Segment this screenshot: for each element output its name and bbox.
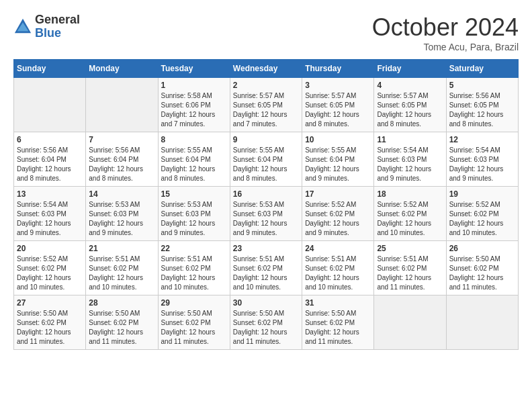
day-info: Sunrise: 5:50 AM Sunset: 6:02 PM Dayligh… (233, 309, 299, 347)
day-number: 23 (233, 244, 299, 253)
calendar-cell: 30Sunrise: 5:50 AM Sunset: 6:02 PM Dayli… (230, 295, 302, 350)
calendar-cell: 27Sunrise: 5:50 AM Sunset: 6:02 PM Dayli… (14, 295, 86, 350)
logo-blue: Blue (35, 27, 80, 40)
day-info: Sunrise: 5:57 AM Sunset: 6:05 PM Dayligh… (377, 91, 443, 129)
day-info: Sunrise: 5:58 AM Sunset: 6:06 PM Dayligh… (161, 91, 227, 129)
day-info: Sunrise: 5:57 AM Sunset: 6:05 PM Dayligh… (233, 91, 299, 129)
day-number: 6 (17, 135, 83, 144)
day-info: Sunrise: 5:50 AM Sunset: 6:02 PM Dayligh… (17, 309, 83, 347)
day-info: Sunrise: 5:54 AM Sunset: 6:03 PM Dayligh… (377, 146, 443, 183)
day-info: Sunrise: 5:53 AM Sunset: 6:03 PM Dayligh… (161, 200, 227, 238)
calendar-cell: 26Sunrise: 5:50 AM Sunset: 6:02 PM Dayli… (446, 241, 518, 295)
calendar-cell (86, 78, 158, 132)
day-number: 4 (377, 81, 443, 90)
col-thursday: Thursday (302, 60, 374, 78)
col-sunday: Sunday (14, 60, 86, 78)
calendar-week-4: 20Sunrise: 5:52 AM Sunset: 6:02 PM Dayli… (14, 241, 519, 295)
calendar-cell: 11Sunrise: 5:54 AM Sunset: 6:03 PM Dayli… (374, 132, 446, 187)
calendar-cell: 25Sunrise: 5:51 AM Sunset: 6:02 PM Dayli… (374, 241, 446, 295)
location-subtitle: Tome Acu, Para, Brazil (372, 42, 519, 52)
day-info: Sunrise: 5:53 AM Sunset: 6:03 PM Dayligh… (89, 200, 154, 238)
calendar-week-5: 27Sunrise: 5:50 AM Sunset: 6:02 PM Dayli… (14, 295, 519, 350)
day-info: Sunrise: 5:56 AM Sunset: 6:05 PM Dayligh… (449, 91, 515, 129)
day-info: Sunrise: 5:51 AM Sunset: 6:02 PM Dayligh… (89, 255, 154, 292)
col-friday: Friday (374, 60, 446, 78)
calendar-cell: 17Sunrise: 5:52 AM Sunset: 6:02 PM Dayli… (302, 187, 374, 241)
day-number: 29 (161, 298, 227, 308)
calendar-week-3: 13Sunrise: 5:54 AM Sunset: 6:03 PM Dayli… (14, 187, 519, 241)
day-number: 7 (89, 135, 154, 144)
day-number: 13 (17, 189, 83, 199)
calendar-cell: 2Sunrise: 5:57 AM Sunset: 6:05 PM Daylig… (230, 78, 302, 132)
calendar-cell: 19Sunrise: 5:52 AM Sunset: 6:02 PM Dayli… (446, 187, 518, 241)
day-number: 30 (233, 298, 299, 308)
calendar-cell: 14Sunrise: 5:53 AM Sunset: 6:03 PM Dayli… (86, 187, 158, 241)
day-number: 11 (377, 135, 443, 144)
day-number: 21 (89, 244, 154, 253)
calendar-cell (374, 295, 446, 350)
title-section: October 2024 Tome Acu, Para, Brazil (372, 13, 519, 52)
calendar-cell: 20Sunrise: 5:52 AM Sunset: 6:02 PM Dayli… (14, 241, 86, 295)
calendar-cell: 15Sunrise: 5:53 AM Sunset: 6:03 PM Dayli… (158, 187, 230, 241)
calendar-cell: 18Sunrise: 5:52 AM Sunset: 6:02 PM Dayli… (374, 187, 446, 241)
day-info: Sunrise: 5:57 AM Sunset: 6:05 PM Dayligh… (305, 91, 371, 129)
page-header: General Blue October 2024 Tome Acu, Para… (13, 13, 519, 52)
day-info: Sunrise: 5:51 AM Sunset: 6:02 PM Dayligh… (305, 255, 371, 292)
day-number: 18 (377, 189, 443, 199)
col-tuesday: Tuesday (158, 60, 230, 78)
calendar-cell: 4Sunrise: 5:57 AM Sunset: 6:05 PM Daylig… (374, 78, 446, 132)
day-info: Sunrise: 5:56 AM Sunset: 6:04 PM Dayligh… (17, 146, 83, 183)
day-info: Sunrise: 5:56 AM Sunset: 6:04 PM Dayligh… (89, 146, 154, 183)
logo-general: General (35, 13, 80, 27)
day-info: Sunrise: 5:52 AM Sunset: 6:02 PM Dayligh… (305, 200, 371, 238)
calendar-cell: 29Sunrise: 5:50 AM Sunset: 6:02 PM Dayli… (158, 295, 230, 350)
calendar-cell: 12Sunrise: 5:54 AM Sunset: 6:03 PM Dayli… (446, 132, 518, 187)
col-saturday: Saturday (446, 60, 518, 78)
calendar-cell (446, 295, 518, 350)
calendar-table: Sunday Monday Tuesday Wednesday Thursday… (13, 59, 519, 350)
day-info: Sunrise: 5:50 AM Sunset: 6:02 PM Dayligh… (305, 309, 371, 347)
calendar-week-2: 6Sunrise: 5:56 AM Sunset: 6:04 PM Daylig… (14, 132, 519, 187)
day-info: Sunrise: 5:52 AM Sunset: 6:02 PM Dayligh… (377, 200, 443, 238)
day-info: Sunrise: 5:52 AM Sunset: 6:02 PM Dayligh… (17, 255, 83, 292)
day-info: Sunrise: 5:51 AM Sunset: 6:02 PM Dayligh… (161, 255, 227, 292)
day-info: Sunrise: 5:51 AM Sunset: 6:02 PM Dayligh… (233, 255, 299, 292)
day-info: Sunrise: 5:51 AM Sunset: 6:02 PM Dayligh… (377, 255, 443, 292)
calendar-cell: 16Sunrise: 5:53 AM Sunset: 6:03 PM Dayli… (230, 187, 302, 241)
calendar-cell: 7Sunrise: 5:56 AM Sunset: 6:04 PM Daylig… (86, 132, 158, 187)
day-info: Sunrise: 5:52 AM Sunset: 6:02 PM Dayligh… (449, 200, 515, 238)
day-number: 25 (377, 244, 443, 253)
calendar-week-1: 1Sunrise: 5:58 AM Sunset: 6:06 PM Daylig… (14, 78, 519, 132)
calendar-cell: 21Sunrise: 5:51 AM Sunset: 6:02 PM Dayli… (86, 241, 158, 295)
calendar-cell: 8Sunrise: 5:55 AM Sunset: 6:04 PM Daylig… (158, 132, 230, 187)
day-number: 28 (89, 298, 154, 308)
calendar-cell: 6Sunrise: 5:56 AM Sunset: 6:04 PM Daylig… (14, 132, 86, 187)
day-number: 2 (233, 81, 299, 90)
calendar-cell (14, 78, 86, 132)
logo: General Blue (13, 13, 80, 40)
month-title: October 2024 (372, 13, 519, 42)
day-number: 14 (89, 189, 154, 199)
calendar-cell: 3Sunrise: 5:57 AM Sunset: 6:05 PM Daylig… (302, 78, 374, 132)
col-wednesday: Wednesday (230, 60, 302, 78)
calendar-cell: 10Sunrise: 5:55 AM Sunset: 6:04 PM Dayli… (302, 132, 374, 187)
day-number: 31 (305, 298, 371, 308)
calendar-cell: 13Sunrise: 5:54 AM Sunset: 6:03 PM Dayli… (14, 187, 86, 241)
day-number: 24 (305, 244, 371, 253)
day-number: 12 (449, 135, 515, 144)
day-info: Sunrise: 5:55 AM Sunset: 6:04 PM Dayligh… (161, 146, 227, 183)
day-number: 16 (233, 189, 299, 199)
day-number: 5 (449, 81, 515, 90)
day-number: 10 (305, 135, 371, 144)
day-info: Sunrise: 5:50 AM Sunset: 6:02 PM Dayligh… (89, 309, 154, 347)
day-number: 20 (17, 244, 83, 253)
day-number: 8 (161, 135, 227, 144)
day-info: Sunrise: 5:55 AM Sunset: 6:04 PM Dayligh… (233, 146, 299, 183)
day-info: Sunrise: 5:54 AM Sunset: 6:03 PM Dayligh… (449, 146, 515, 183)
day-number: 19 (449, 189, 515, 199)
calendar-cell: 5Sunrise: 5:56 AM Sunset: 6:05 PM Daylig… (446, 78, 518, 132)
calendar-cell: 9Sunrise: 5:55 AM Sunset: 6:04 PM Daylig… (230, 132, 302, 187)
day-info: Sunrise: 5:50 AM Sunset: 6:02 PM Dayligh… (449, 255, 515, 292)
day-number: 1 (161, 81, 227, 90)
day-number: 27 (17, 298, 83, 308)
